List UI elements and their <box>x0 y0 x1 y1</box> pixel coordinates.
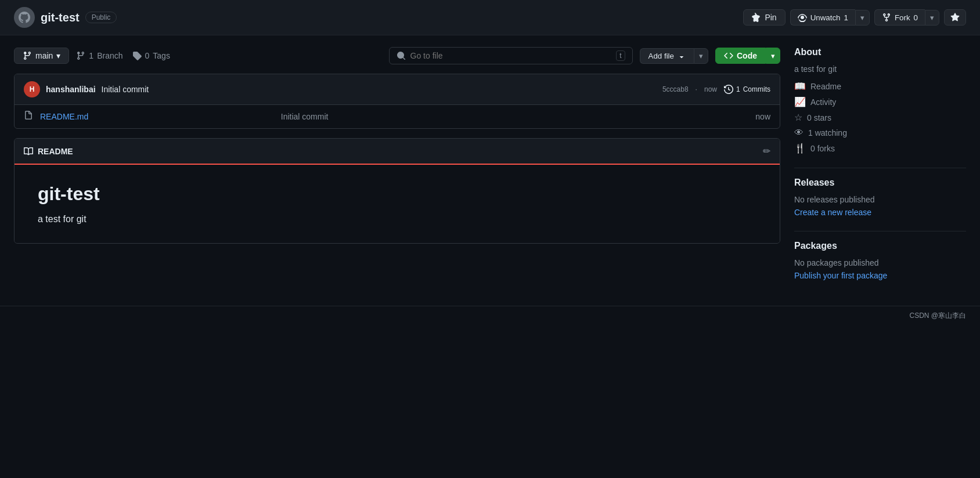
fork-count: 0 <box>914 13 918 22</box>
add-file-group: Add file ▾ <box>640 48 708 64</box>
search-icon <box>397 51 406 60</box>
eye-icon <box>798 13 807 22</box>
branch-bar: main ▾ 1 Branch 0 Tags <box>14 47 780 64</box>
header-actions: Pin Unwatch 1 ▾ Fork 0 ▾ <box>743 9 966 26</box>
table-row: README.md Initial commit now <box>15 105 780 128</box>
branch-count-link[interactable]: 1 Branch <box>76 51 123 60</box>
author-name[interactable]: hanshanlibai <box>46 85 96 94</box>
publish-package-link[interactable]: Publish your first package <box>794 271 887 280</box>
unwatch-button[interactable]: Unwatch 1 <box>790 9 855 26</box>
edit-icon[interactable]: ✏ <box>763 146 770 157</box>
code-caret[interactable]: ▾ <box>766 48 780 64</box>
activity-link[interactable]: 📈 Activity <box>794 96 966 107</box>
commits-count-link[interactable]: 1 Commits <box>724 85 770 94</box>
add-file-button[interactable]: Add file <box>640 48 694 64</box>
stars-label: 0 stars <box>807 113 831 122</box>
packages-title: Packages <box>794 241 966 251</box>
create-release-link[interactable]: Create a new release <box>794 208 871 217</box>
about-section: About a test for git 📖 Readme 📈 Activity… <box>794 47 966 154</box>
stars-link-icon: ☆ <box>794 112 802 123</box>
commit-header: H hanshanlibai Initial commit 5cccab8 · … <box>15 74 780 105</box>
branch-count: 1 <box>89 51 93 60</box>
file-table: H hanshanlibai Initial commit 5cccab8 · … <box>14 74 780 129</box>
no-packages-text: No packages published <box>794 258 966 267</box>
unwatch-caret[interactable]: ▾ <box>855 10 870 26</box>
activity-link-label: Activity <box>810 97 836 107</box>
commits-count: 1 <box>736 85 740 93</box>
book-icon <box>24 147 33 156</box>
search-input[interactable] <box>410 51 612 60</box>
code-icon <box>724 51 733 60</box>
page-footer: CSDN @寒山李白 <box>0 306 980 325</box>
add-file-caret[interactable]: ▾ <box>694 48 708 64</box>
fork-caret[interactable]: ▾ <box>925 10 939 26</box>
branch-label: Branch <box>97 51 123 60</box>
readme-project-title: git-test <box>38 183 756 205</box>
branch-selector[interactable]: main ▾ <box>14 48 69 64</box>
commit-author-info: H hanshanlibai Initial commit <box>24 81 149 97</box>
repo-name: git-test <box>41 11 80 24</box>
author-avatar: H <box>24 81 40 97</box>
tag-count-link[interactable]: 0 Tags <box>132 51 170 60</box>
add-file-dropdown-icon <box>678 52 686 60</box>
pin-button[interactable]: Pin <box>743 9 785 26</box>
unwatch-count: 1 <box>844 13 848 22</box>
visibility-badge: Public <box>85 12 117 23</box>
top-header: git-test Public Pin Unwatch 1 ▾ <box>0 0 980 35</box>
code-button-group: Code ▾ <box>715 48 780 64</box>
file-time: now <box>755 112 770 121</box>
file-icon <box>24 111 33 122</box>
author-initials: H <box>30 85 35 93</box>
watching-link[interactable]: 👁 1 watching <box>794 128 966 138</box>
branch-icon <box>23 51 32 60</box>
watching-link-icon: 👁 <box>794 128 804 138</box>
stars-link[interactable]: ☆ 0 stars <box>794 112 966 123</box>
activity-link-icon: 📈 <box>794 96 806 107</box>
file-search[interactable]: t <box>389 47 633 64</box>
commits-label: Commits <box>743 85 770 93</box>
fork-icon <box>882 13 891 22</box>
readme-title: README <box>24 147 73 156</box>
footer-text: CSDN @寒山李白 <box>909 312 966 320</box>
readme-description: a test for git <box>38 214 756 224</box>
file-commit-msg: Initial commit <box>281 112 749 121</box>
packages-section: Packages No packages published Publish y… <box>794 241 966 280</box>
book-link-icon: 📖 <box>794 81 806 92</box>
branch-stat-icon <box>76 51 85 60</box>
add-file-label: Add file <box>648 52 674 60</box>
repo-content: main ▾ 1 Branch 0 Tags <box>14 47 780 294</box>
commit-hash: 5cccab8 <box>662 85 689 93</box>
readme-link[interactable]: 📖 Readme <box>794 81 966 92</box>
watching-label: 1 watching <box>808 128 847 137</box>
about-description: a test for git <box>794 64 966 74</box>
tag-icon <box>132 51 142 60</box>
repo-avatar <box>14 7 35 28</box>
code-button[interactable]: Code <box>715 48 766 64</box>
fork-button-group: Fork 0 ▾ <box>874 9 939 26</box>
about-title: About <box>794 47 966 57</box>
commit-meta: 5cccab8 · now 1 Commits <box>662 85 770 94</box>
sidebar-divider-1 <box>794 168 966 168</box>
tag-label: Tags <box>153 51 170 60</box>
commit-time: now <box>704 85 717 93</box>
pin-label: Pin <box>765 13 776 22</box>
readme-box: README ✏ git-test a test for git <box>14 138 780 244</box>
file-name[interactable]: README.md <box>40 112 274 121</box>
pin-icon <box>752 13 761 22</box>
star-icon <box>950 13 960 22</box>
fork-button[interactable]: Fork 0 <box>874 9 925 26</box>
readme-title-text: README <box>38 147 73 156</box>
releases-section: Releases No releases published Create a … <box>794 178 966 217</box>
readme-content: git-test a test for git <box>15 165 780 243</box>
history-icon <box>724 85 733 94</box>
unwatch-button-group: Unwatch 1 ▾ <box>790 9 870 26</box>
main-content: main ▾ 1 Branch 0 Tags <box>0 35 980 306</box>
readme-link-label: Readme <box>810 82 841 91</box>
sidebar-divider-2 <box>794 231 966 231</box>
commit-separator: · <box>696 85 697 93</box>
forks-link[interactable]: 🍴 0 forks <box>794 143 966 154</box>
star-button[interactable] <box>944 9 966 26</box>
commit-message: Initial commit <box>102 85 149 94</box>
readme-header: README ✏ <box>15 139 780 165</box>
branch-stats: 1 Branch 0 Tags <box>76 51 170 60</box>
